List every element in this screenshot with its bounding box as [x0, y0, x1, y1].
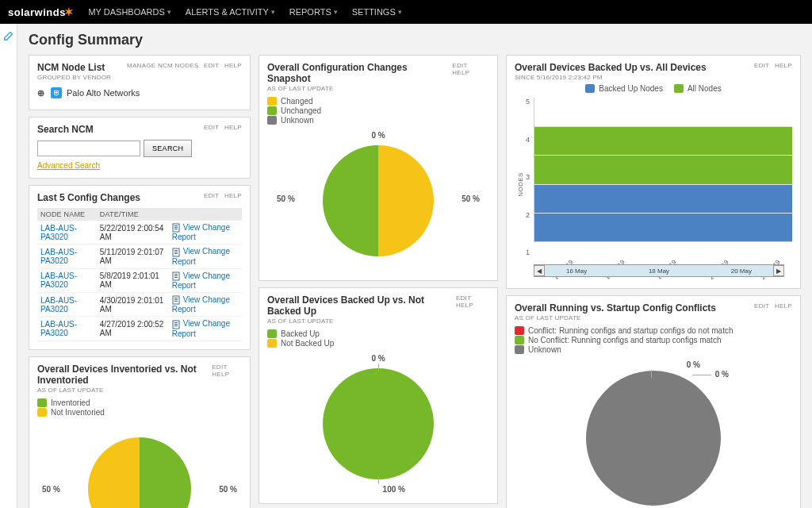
- config-table: NODE NAME DATE/TIME LAB-AUS-PA30205/22/2…: [37, 208, 242, 341]
- pencil-icon[interactable]: [3, 30, 14, 43]
- scroll-left-icon[interactable]: ◀: [534, 265, 545, 276]
- svg-rect-11: [174, 277, 178, 278]
- expand-icon[interactable]: ⊕: [37, 88, 44, 98]
- scroll-right-icon[interactable]: ▶: [773, 265, 784, 276]
- edit-link[interactable]: EDIT: [204, 124, 219, 131]
- panel-conflicts: Overall Running vs. Startup Config Confl…: [506, 295, 801, 508]
- vendor-icon: ⛨: [51, 87, 62, 98]
- svg-rect-6: [174, 252, 178, 252]
- help-link[interactable]: HELP: [224, 124, 242, 131]
- svg-rect-2: [174, 227, 178, 228]
- panel-backedup: Overall Devices Backed Up vs. Not Backed…: [259, 287, 498, 504]
- node-link[interactable]: LAB-AUS-PA3020: [40, 248, 77, 265]
- logo: solarwinds✶: [8, 6, 74, 18]
- table-row: LAB-AUS-PA30204/30/2019 2:01:01 AMView C…: [37, 293, 242, 317]
- report-icon: [172, 248, 182, 257]
- list-item[interactable]: ⊕ ⛨ Palo Alto Networks: [37, 84, 242, 102]
- edit-link[interactable]: EDIT: [212, 364, 227, 371]
- pie-chart-inventoried: 50 % 50 %: [37, 421, 242, 508]
- table-row: LAB-AUS-PA30204/27/2019 2:00:52 AMView C…: [37, 317, 242, 341]
- area-chart-backedup: NODES 5 4 3 2 1 17/05: [515, 98, 792, 280]
- edit-link[interactable]: EDIT: [754, 302, 769, 310]
- nav-settings[interactable]: SETTINGS: [352, 7, 402, 17]
- help-link[interactable]: HELP: [452, 69, 469, 76]
- time-slider[interactable]: ◀ 16 May 18 May 20 May ▶: [534, 264, 784, 277]
- svg-rect-7: [174, 253, 178, 254]
- panel-title: Search NCM: [37, 124, 94, 135]
- node-link[interactable]: LAB-AUS-PA3020: [40, 271, 77, 289]
- panel-title: Last 5 Config Changes: [37, 192, 140, 203]
- pie-chart-snapshot: 0 % 50 % 50 %: [267, 129, 489, 272]
- advanced-search-link[interactable]: Advanced Search: [37, 161, 100, 170]
- svg-rect-9: [174, 274, 178, 275]
- svg-rect-10: [174, 275, 178, 276]
- help-link[interactable]: HELP: [775, 302, 792, 310]
- svg-rect-5: [174, 250, 178, 251]
- panel-last5: Last 5 Config Changes EDIT HELP NODE NAM…: [29, 185, 251, 350]
- svg-rect-15: [174, 301, 178, 302]
- edit-sidebar: [0, 24, 17, 508]
- table-row: LAB-AUS-PA30205/22/2019 2:00:54 AMView C…: [37, 221, 242, 244]
- report-icon: [172, 295, 182, 305]
- help-link[interactable]: HELP: [775, 62, 792, 69]
- page-title: Config Summary: [29, 32, 801, 48]
- panel-ncm-node-list: NCM Node List GROUPED BY VENDOR MANAGE N…: [29, 55, 251, 110]
- swatch-icon: [37, 408, 47, 417]
- nav-alerts[interactable]: ALERTS & ACTIVITY: [186, 7, 275, 17]
- panel-title: NCM Node List: [37, 62, 111, 73]
- svg-point-20: [323, 368, 434, 479]
- svg-rect-14: [174, 299, 178, 300]
- panel-search-ncm: Search NCM EDIT HELP SEARCH Advanced Sea…: [29, 117, 251, 179]
- svg-point-23: [586, 371, 721, 506]
- report-icon: [172, 320, 182, 329]
- edit-link[interactable]: EDIT: [456, 294, 471, 302]
- help-link[interactable]: HELP: [224, 62, 242, 69]
- table-row: LAB-AUS-PA30205/8/2019 2:01:01 AMView Ch…: [37, 268, 242, 292]
- help-link[interactable]: HELP: [456, 302, 473, 309]
- svg-rect-1: [174, 225, 178, 226]
- panel-backedup-all: Overall Devices Backed Up vs. All Device…: [506, 55, 801, 289]
- edit-link[interactable]: EDIT: [754, 62, 769, 69]
- node-link[interactable]: LAB-AUS-PA3020: [40, 320, 77, 337]
- table-row: LAB-AUS-PA30205/11/2019 2:01:07 AMView C…: [37, 244, 242, 268]
- top-navbar: solarwinds✶ MY DASHBOARDS ALERTS & ACTIV…: [0, 0, 812, 24]
- report-icon: [172, 223, 182, 233]
- search-input[interactable]: [37, 140, 140, 156]
- panel-inventoried: Overall Devices Inventoried vs. Not Inve…: [29, 356, 251, 508]
- report-icon: [172, 271, 182, 281]
- svg-rect-18: [174, 324, 178, 325]
- page-body: Config Summary NCM Node List GROUPED BY …: [17, 24, 812, 508]
- panel-config-snapshot: Overall Configuration Changes Snapshot A…: [259, 55, 498, 281]
- svg-rect-19: [174, 325, 178, 326]
- svg-rect-13: [174, 298, 178, 298]
- edit-link[interactable]: EDIT: [204, 192, 219, 199]
- node-link[interactable]: LAB-AUS-PA3020: [40, 224, 77, 241]
- nav-dashboards[interactable]: MY DASHBOARDS: [88, 7, 170, 17]
- pie-chart-backedup: 0 % 100 %: [267, 352, 489, 495]
- help-link[interactable]: HELP: [224, 192, 242, 199]
- manage-link[interactable]: MANAGE NCM NODES: [127, 62, 199, 69]
- logo-icon: ✶: [64, 6, 75, 18]
- svg-rect-3: [174, 229, 178, 229]
- help-link[interactable]: HELP: [212, 371, 229, 378]
- pie-chart-conflicts: 0 % 0 %: [515, 359, 792, 508]
- search-button[interactable]: SEARCH: [144, 140, 192, 157]
- svg-rect-17: [174, 322, 178, 323]
- swatch-icon: [37, 398, 47, 407]
- panel-title: Overall Devices Inventoried vs. Not Inve…: [37, 364, 209, 386]
- edit-link[interactable]: EDIT: [452, 62, 467, 69]
- node-link[interactable]: LAB-AUS-PA3020: [40, 296, 77, 314]
- edit-link[interactable]: EDIT: [204, 62, 219, 69]
- nav-reports[interactable]: REPORTS: [289, 7, 338, 17]
